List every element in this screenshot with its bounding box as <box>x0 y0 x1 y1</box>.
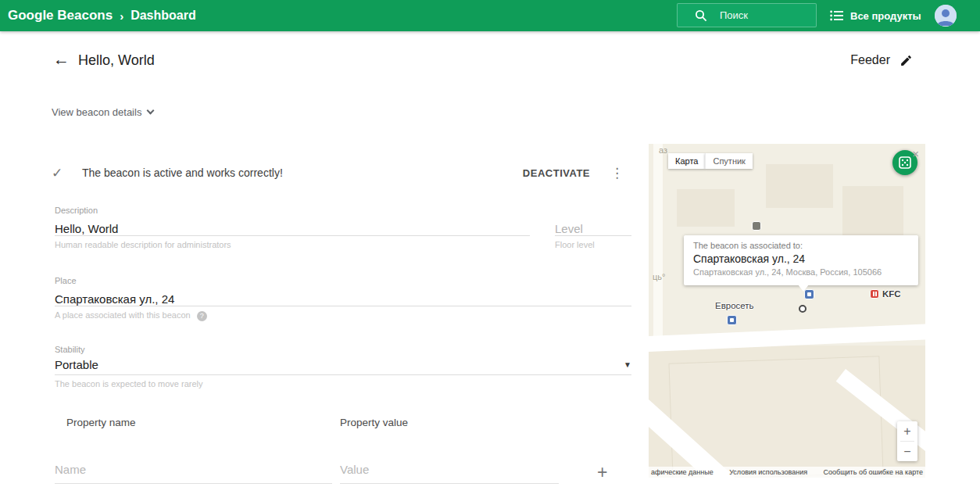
property-value-header: Property value <box>340 417 408 428</box>
kebab-menu-icon[interactable]: ⋮ <box>610 165 624 181</box>
description-helper: Human readable description for administr… <box>55 240 530 249</box>
poi-icon <box>752 221 761 231</box>
street-label-fragment: аз <box>659 145 667 155</box>
google-beacons-page: Google Beacons › Dashboard Все продукты <box>0 0 980 487</box>
info-window-place: Спартаковская ул., 24 <box>693 252 909 265</box>
beacon-grid-icon <box>899 156 911 169</box>
registry-indicator: Feeder <box>850 53 913 67</box>
top-bar: Google Beacons › Dashboard Все продукты <box>0 0 980 31</box>
level-field: Level Floor level <box>555 206 631 249</box>
place-input[interactable]: Спартаковская ул., 24 <box>55 292 631 306</box>
place-helper-text: A place associated with this beacon <box>55 310 191 320</box>
info-window-title: The beacon is associated to: <box>693 241 909 250</box>
all-products-label: Все продукты <box>850 10 921 22</box>
map-type-satellite-button[interactable]: Спутник <box>705 153 752 169</box>
breadcrumb-google-beacons[interactable]: Google Beacons <box>8 8 113 23</box>
avatar[interactable] <box>935 5 957 27</box>
poi-kfc-label: KFC <box>882 289 901 299</box>
level-input[interactable]: Level <box>555 221 631 236</box>
close-icon[interactable]: × <box>912 147 919 160</box>
zoom-control: + − <box>897 421 917 461</box>
stability-label: Stability <box>55 345 631 355</box>
view-beacon-details-toggle[interactable]: View beacon details <box>52 106 153 118</box>
registry-name: Feeder <box>850 53 890 67</box>
shop-marker-icon <box>727 315 737 325</box>
beacon-location-ring <box>799 305 807 313</box>
map-info-window: The beacon is associated to: Спартаковск… <box>684 235 918 285</box>
breadcrumb: Google Beacons › Dashboard <box>8 0 196 31</box>
breadcrumb-separator: › <box>120 9 123 23</box>
search-box[interactable] <box>677 3 817 27</box>
zoom-in-button[interactable]: + <box>897 421 917 441</box>
place-label: Place <box>55 276 631 286</box>
stability-value: Portable <box>55 357 98 372</box>
info-window-address: Спартаковская ул., 24, Москва, Россия, 1… <box>693 267 909 277</box>
map-building <box>766 164 833 208</box>
stability-helper: The beacon is expected to move rarely <box>55 379 631 389</box>
dropdown-arrow-icon: ▼ <box>624 357 631 372</box>
property-name-header: Property name <box>66 417 136 428</box>
level-label-spacer <box>555 206 631 221</box>
map-type-map-button[interactable]: Карта <box>668 153 705 169</box>
poi-euroset-label[interactable]: Евросеть <box>715 301 754 310</box>
search-input[interactable] <box>720 9 816 21</box>
poi-kfc[interactable]: KFC <box>870 289 901 299</box>
beacon-marker-icon[interactable] <box>804 289 814 299</box>
map-building <box>677 189 735 227</box>
description-field: Description Hello, World Human readable … <box>55 206 530 249</box>
street-label-fragment: ць° <box>653 272 665 281</box>
deactivate-button[interactable]: DEACTIVATE <box>523 167 590 179</box>
map-building <box>842 186 903 236</box>
products-list-icon <box>830 10 844 21</box>
edit-icon[interactable] <box>900 54 913 67</box>
description-input[interactable]: Hello, World <box>55 221 530 236</box>
zoom-out-button[interactable]: − <box>897 442 917 461</box>
page-title: Hello, World <box>78 52 155 69</box>
check-icon: ✓ <box>52 165 70 181</box>
help-icon[interactable]: ? <box>197 311 207 321</box>
map-type-control: Карта Спутник <box>668 153 753 169</box>
user-avatar-icon <box>935 5 957 27</box>
level-helper: Floor level <box>555 240 631 249</box>
stability-select[interactable]: Stability Portable ▼ The beacon is expec… <box>55 345 631 389</box>
terms-of-use-link[interactable]: Условия использования <box>729 468 807 476</box>
restaurant-icon <box>870 289 879 299</box>
stability-value-row[interactable]: Portable ▼ <box>55 360 631 375</box>
description-label: Description <box>55 206 530 216</box>
attribution-data-label: афические данные <box>651 468 714 476</box>
property-name-input[interactable] <box>55 463 332 484</box>
search-icon <box>695 9 707 22</box>
map-attribution: афические данные Условия использования С… <box>649 467 925 478</box>
place-field: Place Спартаковская ул., 24 A place asso… <box>55 276 631 321</box>
breadcrumb-dashboard[interactable]: Dashboard <box>131 9 196 23</box>
place-helper: A place associated with this beacon ? <box>55 310 631 321</box>
view-beacon-details-label: View beacon details <box>52 106 141 118</box>
add-property-button[interactable]: + <box>597 464 607 481</box>
map[interactable]: аз ць° Карта Спутник The beacon is assoc… <box>649 144 925 478</box>
report-map-error-link[interactable]: Сообщить об ошибке на карте <box>824 468 923 476</box>
status-bar: ✓ The beacon is active and works correct… <box>52 161 631 184</box>
status-message: The beacon is active and works correctly… <box>82 167 283 179</box>
all-products-button[interactable]: Все продукты <box>830 0 921 31</box>
chevron-down-icon <box>147 107 155 115</box>
property-value-input[interactable] <box>340 463 559 484</box>
back-button[interactable]: ← <box>53 50 70 69</box>
